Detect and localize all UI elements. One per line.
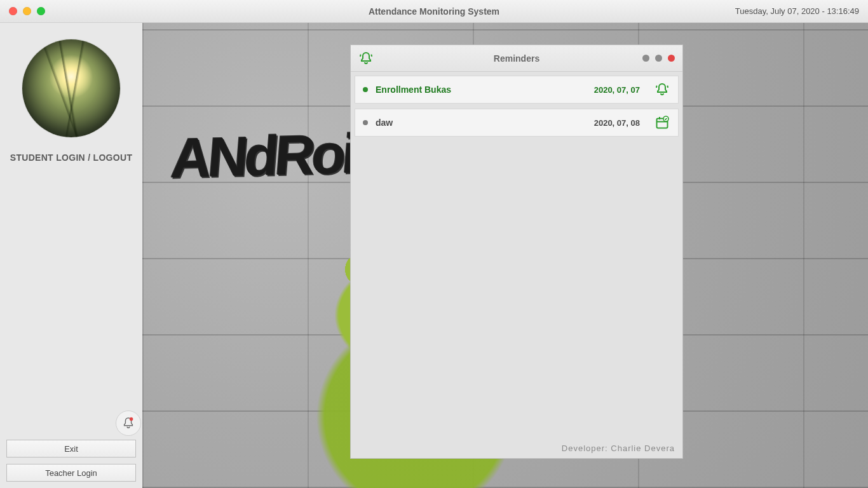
reminder-title: Enrollment Bukas — [376, 85, 451, 95]
reminder-row[interactable]: daw 2020, 07, 08 — [355, 109, 679, 137]
sidebar-bottom: Exit Teacher Login — [6, 440, 136, 482]
reminders-panel-title: Reminders — [351, 53, 682, 64]
reminders-panel-header: Reminders — [351, 45, 682, 72]
notifications-button[interactable] — [116, 410, 141, 436]
panel-close-button[interactable] — [668, 55, 675, 62]
reminder-title: daw — [376, 118, 393, 128]
sidebar: STUDENT LOGIN / LOGOUT Exit Teacher Logi… — [0, 23, 142, 488]
reminder-date: 2020, 07, 08 — [594, 118, 640, 128]
teacher-login-button[interactable]: Teacher Login — [6, 464, 136, 482]
maximize-window-button[interactable] — [37, 7, 45, 15]
close-window-button[interactable] — [9, 7, 17, 15]
student-login-label: STUDENT LOGIN / LOGOUT — [10, 152, 132, 163]
bell-icon — [121, 416, 135, 430]
exit-button[interactable]: Exit — [6, 440, 136, 458]
window-datetime: Tuesday, July 07, 2020 - 13:16:49 — [735, 6, 859, 16]
bell-icon — [654, 82, 670, 97]
calendar-check-icon — [654, 115, 670, 130]
reminder-date: 2020, 07, 07 — [594, 85, 640, 95]
panel-dot-2[interactable] — [655, 55, 662, 62]
reminder-bell-button[interactable] — [654, 81, 670, 98]
developer-credit: Developer: Charlie Devera — [562, 444, 675, 453]
window-controls — [9, 7, 45, 15]
content-area: ANdRoiD Reminders — [142, 23, 868, 488]
reminder-calendar-button[interactable] — [654, 114, 670, 131]
titlebar: Attendance Monitoring System Tuesday, Ju… — [0, 0, 868, 23]
reminders-bell-icon[interactable] — [358, 51, 374, 66]
minimize-window-button[interactable] — [23, 7, 31, 15]
svg-point-0 — [130, 417, 133, 421]
avatar[interactable] — [22, 39, 120, 137]
reminders-panel-controls — [642, 55, 675, 62]
bullet-icon — [363, 87, 368, 92]
main: STUDENT LOGIN / LOGOUT Exit Teacher Logi… — [0, 23, 868, 488]
panel-dot-1[interactable] — [642, 55, 649, 62]
reminders-panel: Reminders Enrollment Bukas 2020, 07, 07 — [350, 44, 683, 459]
reminders-list: Enrollment Bukas 2020, 07, 07 daw — [351, 72, 682, 458]
bullet-icon — [363, 120, 368, 125]
reminder-row[interactable]: Enrollment Bukas 2020, 07, 07 — [355, 76, 679, 104]
